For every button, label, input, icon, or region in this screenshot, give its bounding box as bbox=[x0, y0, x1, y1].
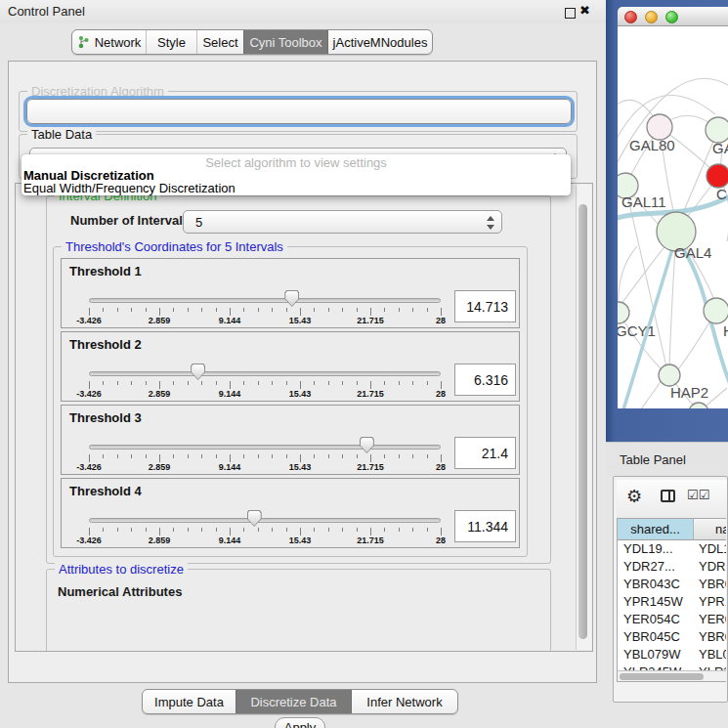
settings-vertical-scrollbar[interactable] bbox=[576, 185, 591, 650]
cell-shared-name[interactable]: YPR145W bbox=[623, 593, 694, 611]
table-row[interactable]: YBR043CYBR0 bbox=[618, 576, 726, 593]
algorithm-option-equal-width[interactable]: Equal Width/Frequency Discretization bbox=[23, 181, 236, 195]
threshold-2-value-field[interactable] bbox=[454, 364, 516, 396]
threshold-3-value-field[interactable] bbox=[454, 437, 516, 469]
tab-cyni-toolbox[interactable]: Cyni Toolbox bbox=[243, 30, 327, 54]
threshold-1-slider-thumb[interactable] bbox=[284, 290, 299, 307]
slider-tick bbox=[342, 528, 343, 532]
table-row[interactable]: YIL052CYIL0 bbox=[618, 681, 726, 682]
algorithm-combo[interactable] bbox=[26, 99, 572, 124]
column-header-shared-name[interactable]: shared... bbox=[618, 519, 694, 539]
table-row[interactable]: YBL079WYBL0 bbox=[618, 646, 726, 664]
network-node[interactable] bbox=[707, 164, 728, 188]
threshold-3-slider-thumb[interactable] bbox=[360, 437, 374, 453]
slider-tick bbox=[258, 454, 259, 458]
column-header-name[interactable]: na bbox=[695, 519, 726, 539]
attributes-group: Attributes to discretize bbox=[46, 569, 551, 652]
threshold-2-slider-thumb[interactable] bbox=[191, 364, 205, 380]
cell-name[interactable]: YPR1 bbox=[699, 593, 726, 611]
slider-tick-label: 21.715 bbox=[357, 316, 384, 325]
slider-tick bbox=[230, 381, 231, 389]
cell-name[interactable]: YIL0 bbox=[699, 681, 726, 682]
slider-tick bbox=[384, 381, 385, 385]
cell-name[interactable]: YDR2 bbox=[699, 558, 726, 576]
close-icon[interactable]: ✖ bbox=[579, 3, 590, 18]
numerical-attributes-label: Numerical Attributes bbox=[58, 584, 182, 599]
cell-shared-name[interactable]: YER054C bbox=[623, 611, 694, 628]
slider-tick bbox=[357, 528, 358, 532]
cell-name[interactable]: YBL0 bbox=[699, 646, 726, 664]
slider-tick-label: 9.144 bbox=[219, 389, 241, 399]
slider-tick bbox=[103, 454, 104, 458]
mac-zoom-button[interactable] bbox=[665, 11, 678, 23]
cell-shared-name[interactable]: YBL079W bbox=[623, 646, 694, 664]
slider-tick-label: -3.426 bbox=[76, 316, 102, 325]
table-row[interactable]: YDR27...YDR2 bbox=[618, 558, 726, 576]
cell-name[interactable]: YDL1 bbox=[699, 540, 726, 558]
gear-icon[interactable]: ⚙ bbox=[626, 486, 642, 507]
slider-tick bbox=[342, 454, 343, 458]
column-layout-icon[interactable] bbox=[661, 490, 675, 502]
table-row[interactable]: YPR145WYPR1 bbox=[618, 593, 726, 611]
node-table: shared... na YDL19...YDL1YDR27...YDR2YBR… bbox=[617, 518, 726, 682]
cell-shared-name[interactable]: YBR043C bbox=[623, 576, 694, 593]
threshold-4-slider-thumb[interactable] bbox=[247, 510, 262, 527]
cell-name[interactable]: YBR0 bbox=[699, 576, 726, 593]
float-window-icon[interactable] bbox=[565, 8, 576, 19]
slider-tick-label: 2.859 bbox=[149, 316, 171, 325]
table-row[interactable]: YBR045CYBR0 bbox=[618, 628, 726, 646]
tab-infer-network[interactable]: Infer Network bbox=[351, 690, 457, 713]
threshold-4-slider[interactable] bbox=[89, 518, 441, 523]
slider-tick bbox=[258, 528, 259, 532]
checked-box-icons[interactable]: ☑☑ bbox=[687, 488, 709, 502]
slider-tick bbox=[216, 381, 217, 385]
tab-jactivemnodules[interactable]: jActiveMNodules bbox=[327, 30, 432, 54]
mac-close-button[interactable] bbox=[624, 11, 637, 23]
mac-minimize-button[interactable] bbox=[645, 11, 658, 23]
threshold-1-slider[interactable] bbox=[89, 298, 441, 303]
slider-tick bbox=[89, 454, 90, 462]
number-of-intervals-combo[interactable]: 5 bbox=[183, 210, 502, 234]
network-canvas[interactable]: GAL80GACGAL11GAL4GCY1HHAP2 bbox=[618, 26, 728, 408]
cell-shared-name[interactable]: YDL19... bbox=[623, 540, 694, 558]
tab-style[interactable]: Style bbox=[146, 30, 196, 54]
slider-tick-label: 21.715 bbox=[357, 535, 384, 545]
slider-tick bbox=[412, 308, 413, 312]
tab-discretize-data[interactable]: Discretize Data bbox=[236, 690, 351, 713]
slider-tick-label: 21.715 bbox=[357, 389, 384, 399]
slider-tick bbox=[286, 308, 287, 312]
slider-tick bbox=[384, 528, 385, 532]
threshold-2-slider[interactable] bbox=[89, 371, 441, 376]
tab-select[interactable]: Select bbox=[196, 30, 243, 54]
slider-tick bbox=[131, 381, 132, 385]
tab-impute-data[interactable]: Impute Data bbox=[143, 690, 236, 713]
table-row[interactable]: YER054CYER0 bbox=[618, 611, 726, 628]
cell-name[interactable]: YER0 bbox=[699, 611, 726, 628]
cell-shared-name[interactable]: YBR045C bbox=[623, 628, 694, 646]
scrollbar-thumb[interactable] bbox=[578, 204, 587, 639]
slider-tick bbox=[300, 308, 301, 316]
cell-name[interactable]: YBR0 bbox=[699, 628, 726, 646]
network-node-label: HAP2 bbox=[670, 384, 708, 401]
table-toolbar: ⚙ ☑☑ bbox=[617, 480, 727, 518]
network-node[interactable] bbox=[618, 302, 629, 323]
scrollbar-thumb[interactable] bbox=[620, 673, 704, 680]
network-node[interactable] bbox=[659, 364, 680, 386]
cyni-toolbox-panel: Discretization Algorithm Table Data galF… bbox=[8, 61, 597, 683]
slider-tick bbox=[328, 528, 329, 532]
network-node[interactable] bbox=[704, 298, 728, 323]
slider-tick bbox=[146, 528, 147, 532]
slider-tick bbox=[243, 308, 244, 312]
slider-tick bbox=[370, 381, 371, 389]
threshold-3-slider[interactable] bbox=[89, 445, 441, 450]
threshold-1-value-field[interactable] bbox=[454, 290, 516, 322]
cell-shared-name[interactable]: YIL052C bbox=[623, 681, 694, 682]
table-horizontal-scrollbar[interactable] bbox=[618, 670, 726, 681]
tab-network[interactable]: Network bbox=[72, 30, 146, 54]
threshold-4-value-field[interactable] bbox=[454, 510, 516, 542]
apply-button[interactable]: Apply bbox=[275, 717, 325, 728]
cell-shared-name[interactable]: YDR27... bbox=[623, 558, 694, 576]
table-row[interactable]: YDL19...YDL1 bbox=[618, 540, 726, 558]
slider-tick bbox=[216, 454, 217, 458]
attributes-group-title: Attributes to discretize bbox=[55, 562, 188, 577]
